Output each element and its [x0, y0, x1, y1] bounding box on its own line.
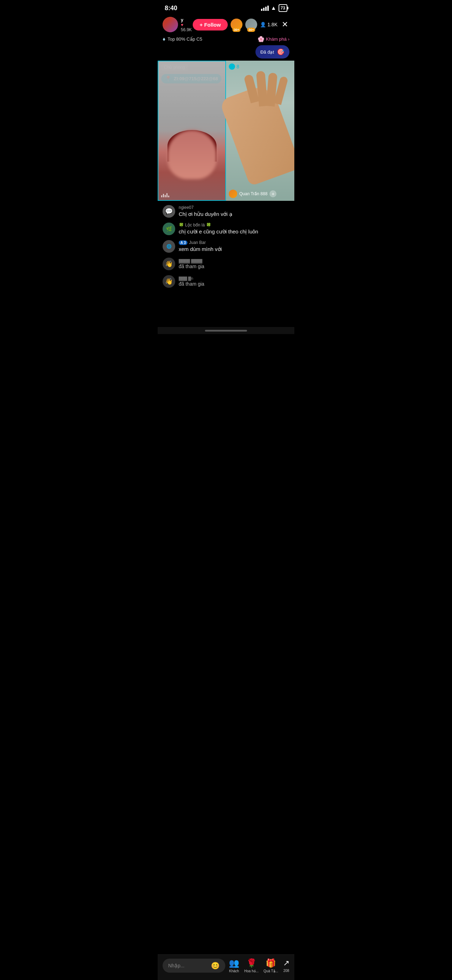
avatar: 🌿: [162, 223, 175, 235]
chat-section: 💬 ngiee07 Chị ơi hữu duyên với ạ 🌿 🍀 Lộc…: [158, 201, 294, 292]
user-badge: A 3: [179, 240, 188, 245]
wave-icon: 👋: [162, 275, 175, 288]
battery-icon: 73: [279, 4, 287, 12]
avatar: 🌐: [162, 240, 175, 253]
explore-link[interactable]: 🌸 Khám phá ›: [258, 36, 290, 42]
close-button[interactable]: ✕: [280, 19, 290, 30]
chat-content: A 3 Juan Bar xem dùm mình với: [179, 240, 290, 253]
username: A 3 Juan Bar: [179, 240, 290, 245]
host-name: y: [181, 17, 190, 22]
host-info: y ♥ 56.9K: [181, 17, 190, 32]
viewer-icon: 👤: [260, 22, 266, 27]
video-right: 8 Quan Trần 888 +: [226, 60, 294, 201]
host-likes: ♥ 56.9K: [181, 22, 190, 32]
chat-content: ngiee07 Chị ơi hữu duyên với ạ: [179, 205, 290, 218]
list-item: 🌿 🍀 Lộc bốn lá 🍀 chị cười e cũng cười th…: [162, 223, 290, 235]
mission-bar: Đã đạt 🎯: [158, 44, 294, 60]
home-indicator: [158, 327, 294, 334]
mic-indicator: [161, 193, 169, 197]
viewer-avatar-1[interactable]: 30+: [231, 19, 242, 30]
status-bar: 8:40 ▲ 73: [158, 0, 294, 15]
avatar: 💬: [162, 205, 175, 218]
viewer-avatar-2[interactable]: 30+: [245, 19, 257, 30]
username: ngiee07: [179, 205, 290, 210]
list-item: 👋 ▓▓▓▓ ▓▓▓▓ đã tham gia: [162, 258, 290, 270]
viewer-count: 👤 1.8K: [260, 22, 277, 27]
sys-username: ▓▓▓▓ ▓▓▓▓: [179, 259, 204, 263]
signal-bars-icon: [261, 6, 269, 11]
username: 🍀 Lộc bốn lá 🍀: [179, 223, 290, 228]
status-icons: ▲ 73: [261, 4, 287, 12]
target-icon: 🎯: [277, 48, 285, 56]
rank-badge: ♦ Top 80% Cấp C5: [162, 36, 202, 42]
chat-text: chị cười e cũng cười theo chị luôn: [179, 228, 290, 235]
status-time: 8:40: [165, 5, 177, 12]
viewer-badge: 8: [229, 64, 239, 70]
wifi-icon: ▲: [271, 5, 277, 11]
video-left-bottom: [161, 193, 169, 197]
chat-text: Chị ơi hữu duyên với ạ: [179, 211, 290, 218]
sys-username: ▓▓▓ ▓n: [179, 276, 204, 280]
sub-bar: ♦ Top 80% Cấp C5 🌸 Khám phá ›: [158, 34, 294, 44]
heart-icon: ♥: [181, 22, 183, 27]
chat-text: xem dùm mình với: [179, 246, 290, 253]
mission-badge[interactable]: Đã đạt 🎯: [255, 45, 290, 59]
watcher-avatar: [229, 189, 237, 198]
list-item: 🌐 A 3 Juan Bar xem dùm mình với: [162, 240, 290, 253]
add-watcher-button[interactable]: +: [269, 190, 277, 197]
host-bar: y ♥ 56.9K + Follow 30+ 30+ 👤 1.8K ✕: [158, 15, 294, 34]
home-bar: [205, 330, 247, 332]
video-area: Chủ phòng 📍 ZI:09@715@222@68 8: [158, 60, 294, 201]
sys-text: đã tham gia: [179, 264, 204, 269]
host-avatar[interactable]: [162, 17, 178, 32]
host-bar-right: 30+ 30+ 👤 1.8K ✕: [231, 19, 290, 30]
watch-badge: Quan Trần 888 +: [229, 189, 277, 198]
diamond-icon: ♦: [162, 36, 166, 42]
follow-button[interactable]: + Follow: [193, 19, 228, 30]
list-item: 👋 ▓▓▓ ▓n đã tham gia: [162, 275, 290, 288]
list-item: 💬 ngiee07 Chị ơi hữu duyên với ạ: [162, 205, 290, 218]
wave-icon: 👋: [162, 258, 175, 270]
video-left: Chủ phòng 📍 ZI:09@715@222@68: [158, 60, 226, 201]
sys-text: đã tham gia: [179, 281, 204, 287]
chat-content: 🍀 Lộc bốn lá 🍀 chị cười e cũng cười theo…: [179, 223, 290, 235]
